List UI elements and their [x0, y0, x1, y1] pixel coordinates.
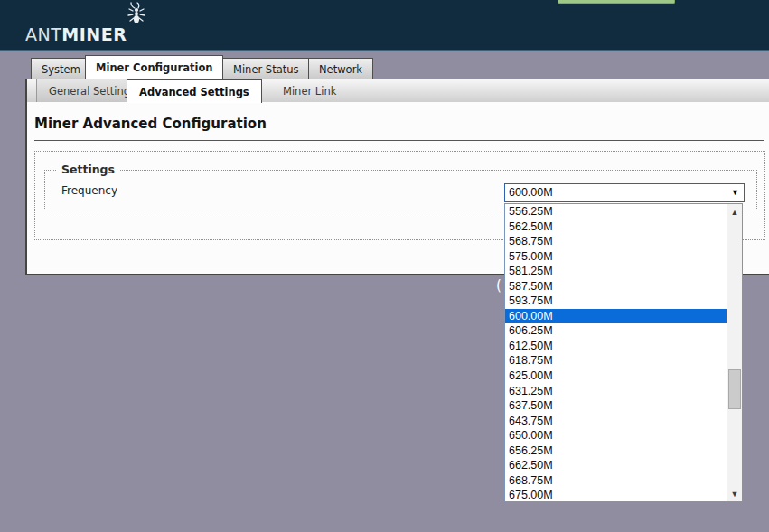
- frequency-option[interactable]: 612.50M: [505, 339, 727, 354]
- frequency-option[interactable]: 556.25M: [505, 204, 727, 219]
- frequency-option[interactable]: 562.50M: [505, 219, 727, 235]
- frequency-option[interactable]: 587.50M: [505, 279, 727, 294]
- scroll-up-icon[interactable]: ▲: [727, 204, 742, 219]
- brand-prefix: ANT: [25, 24, 61, 44]
- frequency-options: 556.25M562.50M568.75M575.00M581.25M587.5…: [505, 204, 727, 501]
- top-green-bar: [558, 0, 675, 4]
- frequency-option[interactable]: 625.00M: [505, 369, 727, 384]
- header-bar: ANTMINER: [0, 0, 769, 51]
- frequency-option[interactable]: 600.00M: [505, 309, 727, 324]
- settings-legend: Settings: [56, 163, 120, 176]
- frequency-option[interactable]: 581.25M: [505, 264, 727, 279]
- chevron-down-icon[interactable]: ▼: [731, 189, 739, 197]
- tab-miner-configuration[interactable]: Miner Configuration: [85, 55, 223, 79]
- scrollbar-thumb[interactable]: [728, 369, 741, 409]
- page-title: Miner Advanced Configuration: [34, 116, 267, 132]
- brand-suffix: MINER: [61, 24, 127, 44]
- brand-logo: ANTMINER: [25, 24, 127, 44]
- tab-system[interactable]: System: [31, 58, 91, 79]
- subtab-advanced-settings[interactable]: Advanced Settings: [127, 79, 262, 103]
- frequency-option[interactable]: 656.25M: [505, 443, 727, 459]
- hidden-text-fragment: (: [496, 277, 502, 294]
- subtab-strip: General Settings Advanced Settings Miner…: [25, 79, 769, 102]
- frequency-select[interactable]: 600.00M ▼: [504, 183, 745, 202]
- tab-network[interactable]: Network: [308, 58, 373, 79]
- frequency-option[interactable]: 668.75M: [505, 473, 727, 489]
- frequency-option[interactable]: 631.25M: [505, 384, 727, 399]
- subtab-miner-link[interactable]: Miner Link: [271, 79, 348, 102]
- frequency-option[interactable]: 606.25M: [505, 323, 727, 339]
- frequency-option[interactable]: 637.50M: [505, 398, 727, 414]
- frequency-option[interactable]: 675.00M: [505, 488, 727, 501]
- frequency-option[interactable]: 650.00M: [505, 428, 727, 443]
- frequency-option[interactable]: 575.00M: [505, 249, 727, 265]
- dropdown-scrollbar[interactable]: ▲ ▼: [727, 204, 742, 501]
- frequency-label: Frequency: [61, 184, 117, 197]
- ant-logo-icon: [125, 2, 148, 24]
- frequency-option[interactable]: 593.75M: [505, 294, 727, 309]
- scroll-down-icon[interactable]: ▼: [727, 486, 742, 501]
- title-divider: [34, 140, 764, 141]
- tab-miner-status[interactable]: Miner Status: [222, 58, 310, 79]
- frequency-option[interactable]: 568.75M: [505, 234, 727, 249]
- frequency-option[interactable]: 618.75M: [505, 353, 727, 369]
- frequency-option[interactable]: 662.50M: [505, 458, 727, 473]
- frequency-dropdown-list: 556.25M562.50M568.75M575.00M581.25M587.5…: [504, 203, 743, 502]
- frequency-option[interactable]: 643.75M: [505, 414, 727, 429]
- frequency-select-value: 600.00M: [509, 184, 726, 201]
